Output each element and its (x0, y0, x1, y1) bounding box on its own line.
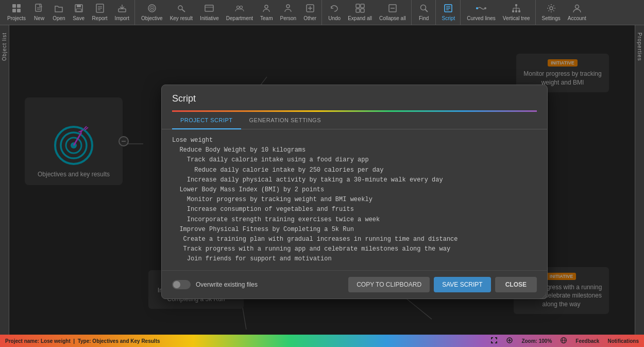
script-dialog: Script PROJECT SCRIPT GENERATION SETTING… (161, 85, 548, 299)
new-button[interactable]: New (30, 2, 48, 23)
resize-handle[interactable] (540, 291, 546, 298)
svg-point-26 (286, 5, 290, 8)
svg-point-53 (550, 7, 553, 10)
svg-rect-1 (17, 4, 21, 8)
fullscreen-icon[interactable] (490, 337, 498, 345)
tab-project-script[interactable]: PROJECT SCRIPT (172, 112, 241, 129)
department-button[interactable]: Department (223, 2, 256, 23)
project-name-value: Lose weight (41, 338, 71, 344)
type-label: Type: (78, 338, 91, 344)
script-group: Script (437, 0, 461, 25)
find-label: Find (419, 15, 429, 21)
vertical-tree-label: Vertical tree (503, 15, 530, 21)
canvas-area: Object list Properties (0, 25, 644, 335)
view-group: Curved lines Vertical tree (462, 0, 535, 25)
svg-line-37 (425, 9, 428, 12)
undo-button[interactable]: Undo (325, 2, 344, 23)
collapse-all-label: Collapse all (379, 15, 406, 21)
account-icon (572, 4, 582, 14)
find-button[interactable]: Find (415, 2, 433, 23)
save-icon (74, 4, 83, 14)
find-group: Find (413, 0, 436, 25)
globe-icon (560, 337, 567, 345)
type-value: Objectives and Key Results (92, 338, 160, 344)
copy-to-clipboard-button[interactable]: COPY TO CLIPBOARD (348, 277, 430, 292)
settings-button[interactable]: Settings (539, 2, 564, 23)
save-button[interactable]: Save (70, 2, 88, 23)
projects-icon (12, 4, 21, 14)
collapse-all-icon (388, 4, 397, 14)
settings-group: Settings Account (537, 0, 591, 25)
save-script-button[interactable]: SAVE SCRIPT (434, 277, 490, 292)
script-button[interactable]: Script (439, 2, 459, 23)
dialog-title: Script (172, 93, 537, 104)
initiative-button[interactable]: Initiative (197, 2, 222, 23)
svg-rect-45 (512, 10, 514, 12)
file-group: Projects New Open (2, 0, 135, 25)
account-label: Account (568, 15, 586, 21)
report-button[interactable]: Report (89, 2, 111, 23)
object-list-tab[interactable]: Object list (1, 29, 8, 64)
svg-rect-32 (356, 9, 360, 12)
account-button[interactable]: Account (565, 2, 589, 23)
close-button[interactable]: CLOSE (495, 277, 537, 292)
undo-label: Undo (328, 15, 341, 21)
team-button[interactable]: Team (257, 2, 276, 23)
dialog-header: Script (162, 85, 547, 112)
svg-rect-31 (361, 4, 364, 8)
script-icon (444, 4, 453, 14)
svg-rect-8 (77, 5, 81, 7)
project-name-label: Project name: (5, 338, 39, 344)
svg-point-42 (476, 7, 478, 9)
status-bar: Project name: Lose weight | Type: Object… (0, 335, 644, 347)
svg-rect-9 (76, 9, 81, 11)
zoom-fit-icon[interactable] (506, 337, 513, 345)
other-button[interactable]: Other (300, 2, 319, 23)
svg-rect-30 (356, 4, 360, 8)
collapse-all-button[interactable]: Collapse all (376, 2, 409, 23)
zoom-label: Zoom: 100% (521, 338, 552, 344)
svg-rect-21 (205, 5, 213, 11)
settings-label: Settings (542, 15, 561, 21)
svg-rect-44 (515, 4, 517, 6)
edit-group: Undo Expand all Collapse all (323, 0, 411, 25)
script-content: Lose weight Reduce Body Weight by 10 kil… (172, 136, 537, 264)
undo-icon (330, 4, 339, 14)
notifications-label[interactable]: Notifications (607, 338, 639, 344)
import-button[interactable]: Import (112, 2, 132, 23)
status-bar-right: Zoom: 100% Feedback Notifications (490, 337, 639, 345)
other-label: Other (303, 15, 316, 21)
expand-all-icon (355, 4, 365, 14)
open-icon (54, 4, 63, 14)
find-icon (419, 4, 429, 14)
left-sidebar: Object list (0, 25, 9, 335)
canvas-content: Objectives and key results INITIATIVE Mo… (9, 25, 635, 335)
dialog-tabs: PROJECT SCRIPT GENERATION SETTINGS (162, 112, 547, 129)
toolbar: Projects New Open (0, 0, 644, 25)
initiative-icon (205, 4, 214, 14)
expand-all-button[interactable]: Expand all (345, 2, 375, 23)
svg-rect-0 (12, 4, 16, 8)
overwrite-toggle[interactable] (172, 280, 191, 289)
key-result-label: Key result (170, 15, 193, 21)
tab-generation-settings[interactable]: GENERATION SETTINGS (241, 112, 329, 129)
settings-icon (547, 4, 556, 14)
footer-buttons: COPY TO CLIPBOARD SAVE SCRIPT CLOSE (348, 277, 537, 292)
dialog-body[interactable]: Lose weight Reduce Body Weight by 10 kil… (162, 129, 547, 270)
key-result-button[interactable]: Key result (167, 2, 196, 23)
feedback-label[interactable]: Feedback (575, 338, 599, 344)
report-icon (95, 4, 105, 14)
objective-icon (147, 4, 157, 14)
script-label: Script (442, 15, 455, 21)
vertical-tree-button[interactable]: Vertical tree (500, 2, 533, 23)
open-button[interactable]: Open (49, 2, 68, 23)
person-button[interactable]: Person (277, 2, 300, 23)
curved-lines-button[interactable]: Curved lines (464, 2, 499, 23)
projects-button[interactable]: Projects (4, 2, 29, 23)
import-icon (117, 4, 127, 14)
objective-button[interactable]: Objective (138, 2, 166, 23)
department-icon (235, 4, 244, 14)
open-label: Open (53, 15, 65, 21)
projects-label: Projects (7, 15, 26, 21)
properties-tab[interactable]: Properties (636, 29, 643, 64)
